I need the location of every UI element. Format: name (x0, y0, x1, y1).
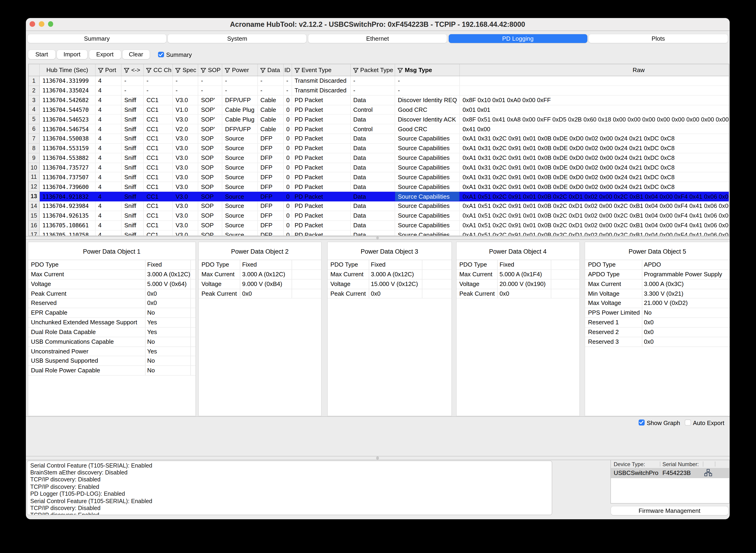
pdo-row[interactable]: USB Communications CapableNo (28, 337, 196, 347)
cell[interactable]: PD Packet (292, 144, 350, 153)
cell[interactable]: Source (222, 134, 257, 144)
cell[interactable]: 1136704.546523 (39, 114, 95, 124)
cell[interactable]: Source (222, 144, 257, 153)
pdo-row[interactable]: USB Suspend SupportedNo (28, 357, 196, 366)
cell[interactable]: 0 (283, 172, 292, 182)
cell[interactable]: Sniff (121, 172, 144, 182)
cell[interactable]: SOP (198, 211, 222, 221)
cell[interactable]: - (283, 86, 292, 95)
cell[interactable]: 0x8F 0x10 0x01 0xA0 0x00 0xFF (460, 95, 729, 105)
cell[interactable]: PD Packet (292, 191, 350, 201)
cell[interactable]: Transmit Discarded (292, 76, 350, 86)
cell[interactable]: PD Packet (292, 105, 350, 114)
cell[interactable]: SOP (198, 191, 222, 201)
cell[interactable]: PD Packet (292, 211, 350, 221)
cell[interactable]: - (257, 86, 283, 95)
cell[interactable]: CC1 (144, 153, 173, 163)
pdo-row[interactable]: Max Current3.000 A (0x12C) (28, 270, 196, 280)
cell[interactable]: Source Capabilities (395, 191, 460, 201)
cell[interactable]: 17 (29, 230, 39, 236)
cell[interactable]: PD Packet (292, 172, 350, 182)
cell[interactable]: PD Packet (292, 163, 350, 172)
cell[interactable]: Source (222, 182, 257, 192)
cell[interactable]: V3.0 (173, 172, 198, 182)
pdo-row[interactable]: PDO TypeFixed (28, 260, 196, 270)
cell[interactable]: - (395, 76, 460, 86)
column-header-packet-type[interactable]: Packet Type (350, 64, 395, 76)
table-row-13[interactable]: 131136704.9218324SniffCC1V3.0SOPSourceDF… (29, 191, 729, 201)
cell[interactable]: DFP (257, 211, 283, 221)
filter-funnel-icon[interactable] (175, 68, 181, 73)
pdo-row[interactable]: Unchunked Extended Message SupportYes (28, 318, 196, 328)
pdo-row[interactable]: Reserved0x0 (28, 299, 196, 308)
pdo-row[interactable]: Reserved 10x0 (585, 318, 730, 328)
cell[interactable]: 0 (283, 163, 292, 172)
pdo-row[interactable]: Unconstrained PowerYes (28, 347, 196, 357)
pdo-row[interactable]: Voltage9.000 V (0xB4) (199, 279, 321, 289)
pdo-row[interactable]: Max Current3.000 A (0x12C) (199, 270, 321, 280)
cell[interactable]: 1136704.926135 (39, 211, 95, 221)
cell[interactable]: Transmit Discarded (292, 86, 350, 95)
cell[interactable]: 1136704.544570 (39, 105, 95, 114)
cell[interactable]: Good CRC (395, 124, 460, 134)
cell[interactable]: Cable (257, 95, 283, 105)
cell[interactable]: Source Capabilities (395, 211, 460, 221)
cell[interactable]: Data (350, 95, 395, 105)
cell[interactable]: - (350, 76, 395, 86)
cell[interactable]: V3.0 (173, 144, 198, 153)
cell[interactable]: 15 (29, 211, 39, 221)
cell[interactable]: 0xA1 0x51 0x2C 0x91 0x01 0x0B 0x2C 0xD1 … (460, 220, 729, 230)
cell[interactable]: 4 (95, 182, 121, 192)
cell[interactable]: - (350, 86, 395, 95)
column-header-cc-ch[interactable]: CC Ch (144, 64, 173, 76)
cell[interactable]: Sniff (121, 182, 144, 192)
cell[interactable]: 11 (29, 172, 39, 182)
cell[interactable]: V3.0 (173, 220, 198, 230)
cell[interactable]: PD Packet (292, 134, 350, 144)
cell[interactable]: CC1 (144, 211, 173, 221)
filter-funnel-icon[interactable] (98, 68, 103, 73)
table-row-14[interactable]: 141136704.9239844SniffCC1V3.0SOPSourceDF… (29, 201, 729, 211)
cell[interactable]: 1136704.553882 (39, 153, 95, 163)
cell[interactable]: 0 (283, 95, 292, 105)
auto-export-checkbox[interactable] (685, 419, 691, 425)
column-header-hub-time-sec-[interactable]: Hub Time (Sec) (39, 64, 95, 76)
cell[interactable]: Sniff (121, 163, 144, 172)
column-header-port[interactable]: Port (95, 64, 121, 76)
cell[interactable]: DFP (257, 182, 283, 192)
cell[interactable]: Data (350, 163, 395, 172)
cell[interactable]: 0 (283, 124, 292, 134)
cell[interactable]: Sniff (121, 144, 144, 153)
cell[interactable]: 0x8F 0x51 0x41 0xA8 0x00 0xFF 0xD5 0x2B … (460, 114, 729, 124)
cell[interactable]: 1136705.108661 (39, 220, 95, 230)
cell[interactable]: PD Packet (292, 201, 350, 211)
cell[interactable]: 4 (95, 134, 121, 144)
cell[interactable]: V3.0 (173, 134, 198, 144)
cell[interactable]: - (395, 86, 460, 95)
cell[interactable]: Sniff (121, 105, 144, 114)
cell[interactable]: Data (350, 172, 395, 182)
cell[interactable]: 0x01 0x01 (460, 105, 729, 114)
cell[interactable]: Source Capabilities (395, 230, 460, 236)
tab-plots[interactable]: Plots (589, 34, 728, 43)
cell[interactable]: DFP (257, 230, 283, 236)
system-log[interactable]: Serial Control Feature (T105-SERIAL): En… (26, 461, 552, 515)
cell[interactable]: PD Packet (292, 230, 350, 236)
cell[interactable]: Source Capabilities (395, 220, 460, 230)
pdo-row[interactable]: Voltage5.000 V (0x64) (28, 279, 196, 289)
cell[interactable]: 1136704.735727 (39, 163, 95, 172)
clear-button[interactable]: Clear (123, 50, 149, 59)
cell[interactable]: CC1 (144, 95, 173, 105)
cell[interactable]: Sniff (121, 220, 144, 230)
cell[interactable]: V3.0 (173, 230, 198, 236)
cell[interactable]: V3.0 (173, 95, 198, 105)
cell[interactable]: SOP (198, 201, 222, 211)
cell[interactable] (460, 76, 729, 86)
cell[interactable]: V3.0 (173, 153, 198, 163)
cell[interactable]: Sniff (121, 124, 144, 134)
export-button[interactable]: Export (89, 50, 121, 59)
pdo-row[interactable]: Max Voltage21.000 V (0xD2) (585, 299, 730, 308)
cell[interactable]: 0 (283, 201, 292, 211)
pdo-row[interactable]: Reserved 20x0 (585, 328, 730, 337)
cell[interactable]: 1136704.737507 (39, 172, 95, 182)
